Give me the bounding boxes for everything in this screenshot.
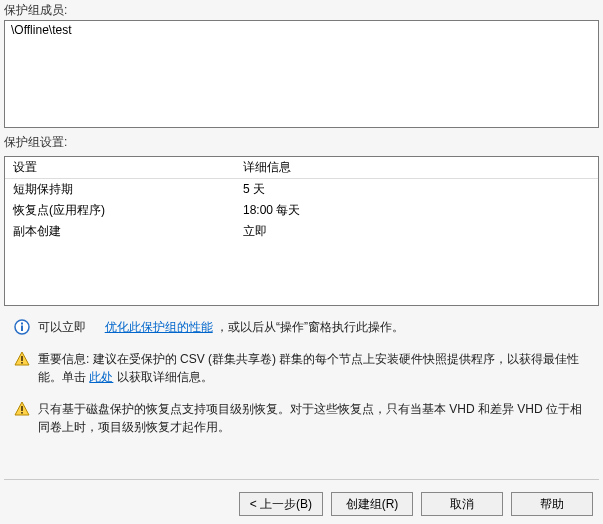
table-row: 恢复点(应用程序) 18:00 每天 (5, 200, 598, 221)
row-setting: 副本创建 (13, 223, 243, 240)
warning-icon (14, 401, 30, 417)
details-here-link[interactable]: 此处 (89, 370, 113, 384)
svg-rect-8 (21, 412, 23, 414)
svg-rect-7 (21, 406, 23, 411)
members-content: \Offline\test (11, 23, 592, 37)
row-detail: 5 天 (243, 181, 590, 198)
optimize-performance-link[interactable]: 优化此保护组的性能 (105, 320, 213, 334)
create-group-button[interactable]: 创建组(R) (331, 492, 413, 516)
row-setting: 恢复点(应用程序) (13, 202, 243, 219)
notes-area: 可以立即 优化此保护组的性能 ，或以后从“操作”窗格执行此操作。 重要信息: 建… (0, 306, 603, 436)
members-box[interactable]: \Offline\test (4, 20, 599, 128)
settings-header-setting: 设置 (13, 159, 243, 176)
table-row: 短期保持期 5 天 (5, 179, 598, 200)
settings-header: 设置 详细信息 (5, 157, 598, 179)
warning-note-vhd: 只有基于磁盘保护的恢复点支持项目级别恢复。对于这些恢复点，只有当基本 VHD 和… (14, 400, 589, 436)
row-detail: 立即 (243, 223, 590, 240)
row-detail: 18:00 每天 (243, 202, 590, 219)
cancel-button[interactable]: 取消 (421, 492, 503, 516)
help-button[interactable]: 帮助 (511, 492, 593, 516)
table-row: 副本创建 立即 (5, 221, 598, 242)
svg-rect-2 (21, 323, 23, 325)
info-text: 可以立即 优化此保护组的性能 ，或以后从“操作”窗格执行此操作。 (38, 318, 589, 336)
button-bar: < 上一步(B) 创建组(R) 取消 帮助 (239, 492, 593, 516)
settings-box[interactable]: 设置 详细信息 短期保持期 5 天 恢复点(应用程序) 18:00 每天 副本创… (4, 156, 599, 306)
warn1-suffix: 以获取详细信息。 (117, 370, 213, 384)
info-prefix: 可以立即 (38, 320, 86, 334)
svg-rect-5 (21, 362, 23, 364)
warning-icon (14, 351, 30, 367)
warn1-text: 重要信息: 建议在受保护的 CSV (群集共享卷) 群集的每个节点上安装硬件快照… (38, 350, 589, 386)
row-setting: 短期保持期 (13, 181, 243, 198)
members-label: 保护组成员: (0, 0, 603, 20)
settings-header-detail: 详细信息 (243, 159, 590, 176)
svg-rect-1 (21, 326, 23, 332)
info-suffix: ，或以后从“操作”窗格执行此操作。 (216, 320, 404, 334)
warn2-text: 只有基于磁盘保护的恢复点支持项目级别恢复。对于这些恢复点，只有当基本 VHD 和… (38, 400, 589, 436)
info-note: 可以立即 优化此保护组的性能 ，或以后从“操作”窗格执行此操作。 (14, 318, 589, 336)
settings-label: 保护组设置: (0, 132, 603, 152)
svg-rect-4 (21, 356, 23, 361)
warning-note-csv: 重要信息: 建议在受保护的 CSV (群集共享卷) 群集的每个节点上安装硬件快照… (14, 350, 589, 386)
info-icon (14, 319, 30, 335)
back-button[interactable]: < 上一步(B) (239, 492, 323, 516)
footer-divider (4, 479, 599, 480)
